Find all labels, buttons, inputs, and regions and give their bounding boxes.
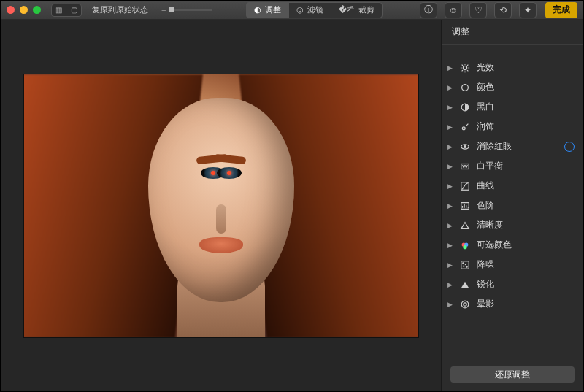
list-view-icon: ▥ <box>52 4 66 16</box>
active-indicator-icon <box>564 142 575 152</box>
chevron-right-icon: ▶ <box>447 143 453 150</box>
wand-icon: ✦ <box>524 5 531 15</box>
adjust-row-whitebalance[interactable]: ▶白平衡 <box>442 156 583 176</box>
adjust-label: 白平衡 <box>477 160 575 172</box>
adjust-row-curves[interactable]: ▶曲线 <box>442 176 583 196</box>
reset-adjustments-button[interactable]: 还原调整 <box>450 366 575 383</box>
main: 调整 ▶光效▶颜色▶黑白▶润饰▶消除红眼▶白平衡▶曲线▶色阶▶清晰度▶可选颜色▶… <box>1 20 583 391</box>
chevron-right-icon: ▶ <box>447 242 453 249</box>
tab-filters-label: 滤镜 <box>307 4 323 15</box>
window-controls <box>7 6 41 14</box>
chevron-right-icon: ▶ <box>447 202 453 210</box>
autoenhance-button[interactable]: ✦ <box>519 2 537 18</box>
svg-point-14 <box>465 264 466 264</box>
svg-point-18 <box>464 302 466 305</box>
grid-view-icon: ▢ <box>66 4 81 16</box>
tab-crop-label: 裁剪 <box>358 4 374 15</box>
adjust-row-vignette[interactable]: ▶晕影 <box>442 294 583 314</box>
adjust-label: 黑白 <box>477 101 575 113</box>
chevron-right-icon: ▶ <box>447 163 453 170</box>
definition-icon <box>459 220 471 231</box>
curves-icon <box>459 180 471 192</box>
adjust-label: 颜色 <box>477 81 575 93</box>
favorite-button[interactable]: ♡ <box>469 2 487 18</box>
light-icon <box>459 62 471 74</box>
chevron-right-icon: ▶ <box>447 84 453 91</box>
adjust-row-redeye[interactable]: ▶消除红眼 <box>442 137 583 156</box>
redeye-icon <box>459 141 471 153</box>
faces-button[interactable]: ☺ <box>445 2 462 18</box>
fullscreen-window[interactable] <box>33 6 41 14</box>
zoom-handle[interactable] <box>169 7 174 12</box>
tab-crop[interactable]: �龵 裁剪 <box>331 2 383 18</box>
chevron-right-icon: ▶ <box>447 261 453 269</box>
whitebalance-icon <box>459 161 471 172</box>
svg-point-11 <box>463 245 466 249</box>
svg-point-16 <box>466 266 467 267</box>
tab-adjust[interactable]: ◐ 调整 <box>246 2 289 18</box>
svg-point-0 <box>463 66 466 69</box>
chevron-right-icon: ▶ <box>447 182 453 190</box>
crop-icon: �龵 <box>339 4 355 15</box>
heart-icon: ♡ <box>474 5 483 15</box>
close-window[interactable] <box>7 6 15 14</box>
editor-tabs: ◐ 调整 ◎ 滤镜 �龵 裁剪 <box>247 2 383 18</box>
bw-icon <box>459 101 471 113</box>
filters-icon: ◎ <box>296 5 304 15</box>
svg-point-1 <box>462 84 469 91</box>
info-button[interactable]: ⓘ <box>420 2 437 18</box>
zoom-slider[interactable]: − <box>161 6 212 15</box>
noise-icon <box>459 259 471 271</box>
adjust-icon: ◐ <box>254 5 261 15</box>
chevron-right-icon: ▶ <box>447 281 453 288</box>
canvas-area[interactable] <box>1 20 441 391</box>
tab-filters[interactable]: ◎ 滤镜 <box>288 2 331 18</box>
adjust-sidebar: 调整 ▶光效▶颜色▶黑白▶润饰▶消除红眼▶白平衡▶曲线▶色阶▶清晰度▶可选颜色▶… <box>441 20 583 391</box>
adjust-label: 曲线 <box>477 180 575 192</box>
adjust-label: 可选颜色 <box>477 239 575 251</box>
svg-point-15 <box>464 266 464 266</box>
vignette-icon <box>459 299 471 310</box>
color-icon <box>459 82 471 93</box>
face-icon: ☺ <box>449 5 458 15</box>
selectivecolor-icon <box>459 239 471 251</box>
chevron-right-icon: ▶ <box>447 123 453 131</box>
zoom-track[interactable] <box>169 9 212 11</box>
sidebar-view-toggle[interactable]: ▥ ▢ <box>51 4 82 17</box>
zoom-out-icon: − <box>161 6 166 15</box>
adjust-row-definition[interactable]: ▶清晰度 <box>442 215 583 235</box>
adjust-row-sharpen[interactable]: ▶锐化 <box>442 274 583 294</box>
minimize-window[interactable] <box>20 6 28 14</box>
adjust-row-light[interactable]: ▶光效 <box>442 58 583 77</box>
reset-adjustments-label: 还原调整 <box>495 369 530 381</box>
adjust-label: 色阶 <box>477 199 575 212</box>
svg-point-17 <box>461 301 469 308</box>
adjust-row-color[interactable]: ▶颜色 <box>442 77 583 97</box>
chevron-right-icon: ▶ <box>447 104 453 111</box>
adjust-row-selectivecolor[interactable]: ▶可选颜色 <box>442 235 583 255</box>
adjust-row-noise[interactable]: ▶降噪 <box>442 255 583 274</box>
adjust-row-bw[interactable]: ▶黑白 <box>442 97 583 117</box>
adjust-label: 光效 <box>477 61 575 74</box>
sidebar-header: 调整 <box>442 20 583 45</box>
svg-point-5 <box>464 145 466 147</box>
revert-label: 复原到原始状态 <box>92 4 148 15</box>
svg-rect-12 <box>461 261 469 269</box>
sharpen-icon <box>459 279 471 291</box>
retouch-icon <box>459 121 471 133</box>
adjust-label: 润饰 <box>477 120 575 133</box>
adjust-label: 降噪 <box>477 258 575 271</box>
done-button[interactable]: 完成 <box>545 2 577 18</box>
photo <box>24 74 418 337</box>
adjust-row-retouch[interactable]: ▶润饰 <box>442 117 583 137</box>
adjust-label: 清晰度 <box>477 219 575 231</box>
adjust-label: 消除红眼 <box>477 140 558 153</box>
svg-point-13 <box>463 262 464 263</box>
adjust-label: 锐化 <box>477 278 575 291</box>
revert-button[interactable]: 复原到原始状态 <box>86 3 154 18</box>
done-label: 完成 <box>553 4 570 16</box>
rotate-icon: ⟲ <box>499 5 507 15</box>
adjust-row-levels[interactable]: ▶色阶 <box>442 196 583 215</box>
tab-adjust-label: 调整 <box>265 4 281 15</box>
rotate-button[interactable]: ⟲ <box>494 2 512 18</box>
